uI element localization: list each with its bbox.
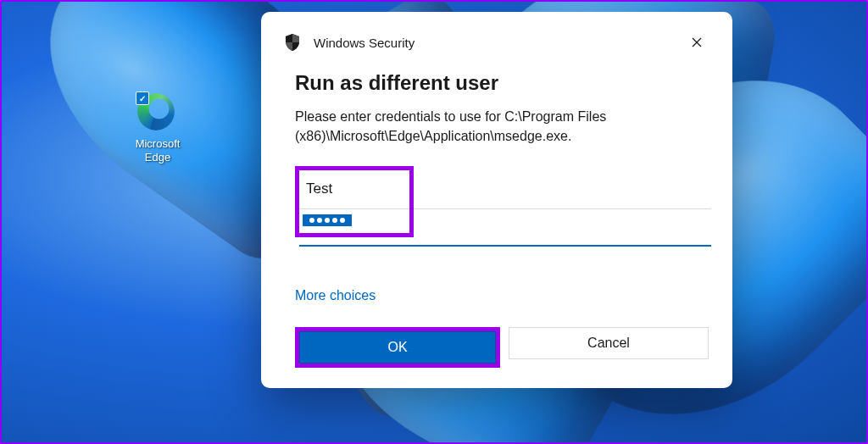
credentials-highlight [295, 166, 414, 237]
username-input[interactable] [299, 170, 409, 208]
desktop-background: Microsoft Edge Windows Security [2, 2, 866, 442]
dialog-content: Run as different user Please enter crede… [285, 71, 709, 368]
password-input[interactable] [303, 214, 352, 226]
dialog-header: Windows Security [285, 31, 709, 54]
desktop-icon-label: Microsoft Edge [124, 137, 192, 164]
dialog-title: Windows Security [314, 36, 415, 50]
edge-icon [137, 93, 178, 134]
ok-button-highlight: OK [295, 327, 500, 368]
cancel-button[interactable]: Cancel [509, 327, 709, 359]
dialog-buttons: OK Cancel [295, 327, 709, 368]
windows-security-dialog: Windows Security Run as different user P… [261, 12, 732, 388]
dialog-heading: Run as different user [295, 71, 709, 95]
more-choices-link[interactable]: More choices [295, 288, 376, 303]
desktop-icon-edge[interactable]: Microsoft Edge [124, 93, 192, 164]
shortcut-badge-icon [136, 92, 149, 105]
ok-button[interactable]: OK [299, 331, 496, 364]
close-icon [692, 37, 702, 47]
shield-icon [285, 34, 300, 51]
close-button[interactable] [685, 31, 709, 54]
dialog-description: Please enter credentials to use for C:\P… [295, 107, 709, 146]
